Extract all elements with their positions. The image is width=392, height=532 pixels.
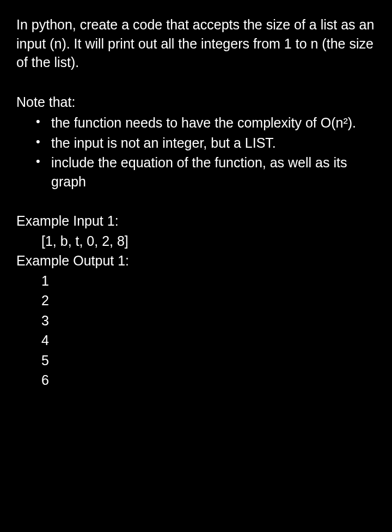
output-line: 5 [16,351,376,370]
bullet-list: the function needs to have the complexit… [16,113,376,191]
output-line: 4 [16,331,376,350]
output-line: 6 [16,371,376,390]
output-line: 1 [16,271,376,291]
bullet-item: the function needs to have the complexit… [36,113,376,132]
intro-paragraph: In python, create a code that accepts th… [16,15,376,72]
output-line: 2 [16,291,376,310]
note-heading: Note that: [16,93,376,112]
output-line: 3 [16,311,376,330]
bullet-item: the input is not an integer, but a LIST. [36,134,376,153]
bullet-item: include the equation of the function, as… [36,153,376,191]
example-input-label: Example Input 1: [16,211,376,231]
example-input-value: [1, b, t, 0, 2, 8] [16,232,376,251]
example-output-label: Example Output 1: [16,251,376,270]
